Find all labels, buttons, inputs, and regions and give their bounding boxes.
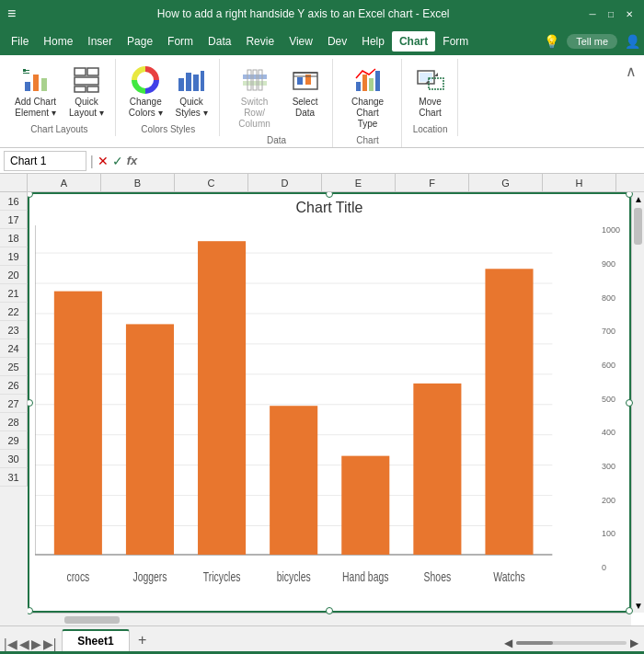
formula-controls: ✕ ✓	[98, 154, 123, 168]
row-num-30[interactable]: 30	[0, 450, 28, 468]
switch-row-col-label: Switch Row/Column	[233, 97, 277, 130]
quick-styles-button[interactable]: QuickStyles ▾	[170, 63, 213, 121]
row-num-16[interactable]: 16	[0, 192, 28, 211]
user-icon[interactable]: 👤	[625, 34, 640, 49]
move-chart-button[interactable]: MoveChart	[409, 63, 452, 121]
add-chart-element-button[interactable]: Add ChartElement ▾	[9, 63, 62, 121]
y-label-700: 700	[602, 327, 620, 336]
row-num-26[interactable]: 26	[0, 376, 28, 395]
svg-rect-10	[75, 86, 86, 92]
horizontal-scrollbar[interactable]	[28, 613, 631, 625]
menu-insert[interactable]: Inser	[80, 31, 120, 52]
vertical-scrollbar[interactable]: ▲ ▼	[631, 192, 644, 613]
row-num-27[interactable]: 27	[0, 395, 28, 413]
select-data-button[interactable]: SelectData	[284, 63, 327, 121]
formula-confirm-button[interactable]: ✓	[112, 154, 123, 168]
y-label-900: 900	[602, 259, 620, 269]
row-num-23[interactable]: 23	[0, 321, 28, 339]
scroll-up-button[interactable]: ▲	[632, 192, 644, 206]
col-header-h[interactable]: H	[543, 174, 616, 191]
col-header-c[interactable]: C	[175, 174, 248, 191]
row-num-22[interactable]: 22	[0, 303, 28, 321]
change-colors-button[interactable]: ChangeColors ▾	[123, 63, 168, 121]
col-header-e[interactable]: E	[322, 174, 396, 191]
menu-help[interactable]: Help	[354, 31, 392, 52]
row-num-29[interactable]: 29	[0, 431, 28, 450]
bar-shoes	[413, 384, 461, 555]
menu-page[interactable]: Page	[120, 31, 160, 52]
window-title: How to add a right handside Y axis to an…	[21, 7, 585, 20]
formula-input[interactable]	[141, 151, 640, 171]
y-label-400: 400	[602, 428, 620, 437]
col-header-g[interactable]: G	[469, 174, 543, 191]
row-num-24[interactable]: 24	[0, 339, 28, 358]
tab-next-button[interactable]: ▶	[31, 637, 41, 651]
name-box[interactable]	[4, 151, 86, 171]
sheet-tab-navigation: |◀ ◀ ▶ ▶|	[4, 637, 56, 651]
location-buttons: MoveChart	[409, 59, 452, 121]
menu-chart[interactable]: Chart	[392, 31, 435, 52]
quick-layout-icon	[72, 65, 101, 95]
menu-form2[interactable]: Form	[435, 31, 476, 52]
tell-me-input[interactable]: Tell me	[567, 34, 617, 49]
switch-row-col-button[interactable]: Switch Row/Column	[227, 63, 282, 132]
row-num-17[interactable]: 17	[0, 211, 28, 229]
tab-scroll-thumb[interactable]	[516, 641, 553, 645]
svg-rect-3	[23, 69, 26, 72]
tab-first-button[interactable]: |◀	[4, 637, 17, 651]
tab-prev-button[interactable]: ◀	[19, 637, 29, 651]
formula-cancel-button[interactable]: ✕	[98, 154, 109, 168]
menu-data[interactable]: Data	[201, 31, 238, 52]
tab-scroll-left[interactable]: ◀	[502, 635, 514, 651]
tab-last-button[interactable]: ▶|	[43, 637, 57, 651]
ribbon-collapse-button[interactable]: ∧	[622, 63, 640, 80]
col-header-f[interactable]: F	[396, 174, 469, 191]
change-chart-type-label: ChangeChart Type	[346, 97, 390, 130]
svg-rect-1	[33, 75, 39, 91]
svg-rect-11	[87, 86, 98, 92]
row-num-18[interactable]: 18	[0, 229, 28, 247]
scroll-thumb[interactable]	[634, 208, 642, 245]
menu-dev[interactable]: Dev	[320, 31, 354, 52]
styles-icon	[177, 65, 206, 95]
tab-scroll-right[interactable]: ▶	[628, 635, 640, 651]
col-header-a[interactable]: A	[28, 174, 101, 191]
svg-point-13	[141, 75, 150, 85]
chart-layouts-group-label: Chart Layouts	[9, 121, 109, 136]
ribbon-group-type: ChangeChart Type Chart	[335, 59, 402, 147]
menu-home[interactable]: Home	[36, 31, 80, 52]
col-header-d[interactable]: D	[248, 174, 322, 191]
change-chart-type-button[interactable]: ChangeChart Type	[340, 63, 396, 132]
bar-chart-svg: crocs Joggers Tricycles bicycles Hand ba…	[35, 225, 624, 594]
maximize-button[interactable]: □	[604, 6, 618, 21]
row-num-25[interactable]: 25	[0, 358, 28, 376]
move-chart-label: MoveChart	[419, 97, 441, 119]
menu-file[interactable]: File	[4, 31, 36, 52]
bar-label-handbags: Hand bags	[342, 569, 388, 584]
col-header-b[interactable]: B	[101, 174, 175, 191]
svg-rect-2	[41, 78, 47, 91]
close-button[interactable]: ✕	[622, 6, 637, 21]
add-chart-icon	[21, 65, 51, 95]
svg-rect-15	[186, 73, 191, 91]
menu-review[interactable]: Revie	[238, 31, 282, 52]
app-menu-icon[interactable]: ≡	[7, 6, 16, 22]
formula-divider: |	[90, 154, 94, 168]
sheet-tab-scroll-buttons: ◀ ▶	[502, 635, 640, 651]
menu-view[interactable]: View	[282, 31, 320, 52]
sheet-tab-sheet1[interactable]: Sheet1	[62, 629, 129, 651]
chart-container[interactable]: Chart Title 0 100 200 300 400 500 600 70…	[28, 192, 644, 625]
menu-form[interactable]: Form	[160, 31, 201, 52]
quick-layout-button[interactable]: QuickLayout ▾	[63, 63, 109, 121]
h-scroll-thumb[interactable]	[64, 616, 120, 624]
svg-rect-18	[243, 75, 267, 79]
row-num-20[interactable]: 20	[0, 266, 28, 284]
add-sheet-button[interactable]: +	[132, 629, 154, 651]
scroll-down-button[interactable]: ▼	[632, 599, 644, 613]
bar-crocs	[54, 292, 102, 555]
row-num-21[interactable]: 21	[0, 284, 28, 303]
minimize-button[interactable]: ─	[585, 6, 600, 21]
row-num-28[interactable]: 28	[0, 413, 28, 431]
row-num-31[interactable]: 31	[0, 468, 28, 487]
row-num-19[interactable]: 19	[0, 247, 28, 266]
